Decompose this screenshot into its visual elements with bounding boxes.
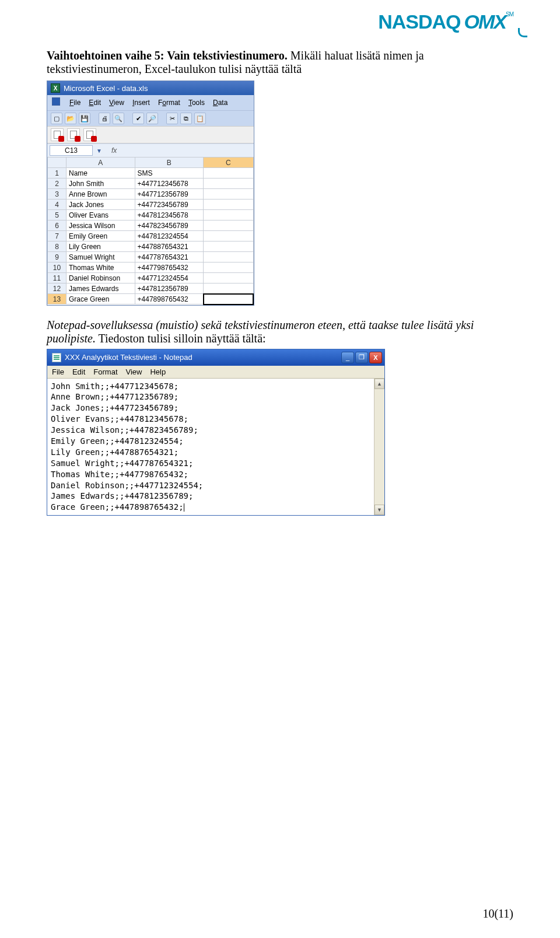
row-header[interactable]: 10 bbox=[48, 262, 66, 273]
maximize-button[interactable]: ❐ bbox=[355, 352, 368, 363]
row-header[interactable]: 9 bbox=[48, 252, 66, 262]
cell[interactable]: +447798765432 bbox=[135, 262, 204, 273]
cell[interactable]: +447887654321 bbox=[135, 242, 204, 252]
cell[interactable] bbox=[204, 200, 253, 210]
name-box[interactable]: C13 bbox=[50, 145, 93, 156]
cell[interactable]: +447812324554 bbox=[135, 231, 204, 242]
col-header-b[interactable]: B bbox=[135, 158, 204, 168]
cell[interactable]: Anne Brown bbox=[66, 189, 135, 200]
fx-label[interactable]: fx bbox=[111, 146, 117, 155]
close-button[interactable]: X bbox=[369, 352, 382, 363]
row-header[interactable]: 6 bbox=[48, 220, 66, 231]
row-header[interactable]: 11 bbox=[48, 273, 66, 284]
np-menu-file[interactable]: File bbox=[52, 368, 64, 376]
spreadsheet-grid[interactable]: A B C 1NameSMS2John Smith+4477123456783A… bbox=[47, 157, 254, 305]
pdf-export-icon[interactable] bbox=[83, 128, 96, 141]
col-header-c[interactable]: C bbox=[204, 158, 253, 168]
copy-icon[interactable]: ⧉ bbox=[180, 113, 192, 124]
np-menu-help[interactable]: Help bbox=[150, 368, 166, 376]
menu-data[interactable]: Data bbox=[209, 97, 231, 108]
cell[interactable]: SMS bbox=[135, 168, 204, 178]
excel-title-text: Microsoft Excel - data.xls bbox=[64, 84, 148, 93]
np-menu-format[interactable]: Format bbox=[93, 368, 117, 376]
row-header[interactable]: 12 bbox=[48, 284, 66, 294]
print-icon[interactable]: 🖨 bbox=[99, 113, 110, 124]
notepad-text-area[interactable]: John Smith;;+447712345678; Anne Brown;;+… bbox=[47, 379, 374, 516]
print-preview-icon[interactable]: 🔍 bbox=[113, 113, 124, 124]
menu-view[interactable]: View bbox=[106, 97, 128, 108]
cell[interactable] bbox=[204, 284, 253, 294]
cell[interactable]: +447812345678 bbox=[135, 210, 204, 220]
menu-insert[interactable]: Insert bbox=[129, 97, 153, 108]
notepad-titlebar[interactable]: XXX Analyytikot Tekstiviesti - Notepad _… bbox=[47, 349, 384, 366]
new-doc-icon[interactable]: ▢ bbox=[51, 113, 62, 124]
pdf-export-icon[interactable] bbox=[51, 128, 64, 141]
cell[interactable] bbox=[204, 262, 253, 273]
row-header[interactable]: 5 bbox=[48, 210, 66, 220]
row-header[interactable]: 7 bbox=[48, 231, 66, 242]
cell[interactable] bbox=[204, 178, 253, 189]
logo-main: NASDAQ bbox=[378, 10, 460, 33]
pdf-export-icon[interactable] bbox=[67, 128, 80, 141]
cell[interactable]: +447898765432 bbox=[135, 294, 204, 304]
name-box-dropdown-icon[interactable]: ▼ bbox=[96, 148, 102, 154]
minimize-button[interactable]: _ bbox=[341, 352, 354, 363]
cell[interactable] bbox=[204, 231, 253, 242]
scroll-down-icon[interactable]: ▼ bbox=[374, 505, 384, 515]
cell[interactable]: Jessica Wilson bbox=[66, 220, 135, 231]
cell[interactable] bbox=[204, 242, 253, 252]
row-header[interactable]: 1 bbox=[48, 168, 66, 178]
row-header[interactable]: 3 bbox=[48, 189, 66, 200]
paste-icon[interactable]: 📋 bbox=[194, 113, 206, 124]
cut-icon[interactable]: ✂ bbox=[166, 113, 178, 124]
cell[interactable] bbox=[204, 252, 253, 262]
cell[interactable] bbox=[204, 210, 253, 220]
cell[interactable] bbox=[204, 294, 253, 304]
row-header[interactable]: 2 bbox=[48, 178, 66, 189]
cell[interactable]: +447812356789 bbox=[135, 284, 204, 294]
scroll-up-icon[interactable]: ▲ bbox=[374, 379, 384, 389]
cell[interactable]: +447823456789 bbox=[135, 220, 204, 231]
np-menu-edit[interactable]: Edit bbox=[72, 368, 85, 376]
notepad-intro: Notepad-sovelluksessa (muistio) sekä tek… bbox=[47, 318, 513, 345]
menu-edit[interactable]: Edit bbox=[85, 97, 104, 108]
menu-format[interactable]: Format bbox=[155, 97, 184, 108]
cell[interactable]: James Edwards bbox=[66, 284, 135, 294]
vertical-scrollbar[interactable]: ▲ ▼ bbox=[374, 379, 384, 516]
mdi-document-icon[interactable] bbox=[52, 97, 60, 106]
excel-titlebar[interactable]: X Microsoft Excel - data.xls bbox=[47, 81, 254, 95]
cell[interactable]: John Smith bbox=[66, 178, 135, 189]
row-header[interactable]: 4 bbox=[48, 200, 66, 210]
cell[interactable] bbox=[204, 168, 253, 178]
save-icon[interactable]: 💾 bbox=[79, 113, 90, 124]
cell[interactable]: +447712356789 bbox=[135, 189, 204, 200]
scroll-track[interactable] bbox=[374, 389, 384, 505]
cell[interactable]: Thomas White bbox=[66, 262, 135, 273]
toolbar-separator bbox=[93, 113, 96, 124]
cell[interactable]: Lily Green bbox=[66, 242, 135, 252]
row-header[interactable]: 8 bbox=[48, 242, 66, 252]
cell[interactable]: +447712324554 bbox=[135, 273, 204, 284]
menu-tools[interactable]: Tools bbox=[185, 97, 208, 108]
select-all-corner[interactable] bbox=[48, 158, 66, 168]
cell[interactable]: Emily Green bbox=[66, 231, 135, 242]
col-header-a[interactable]: A bbox=[66, 158, 135, 168]
np-menu-view[interactable]: View bbox=[126, 368, 142, 376]
cell[interactable]: +447787654321 bbox=[135, 252, 204, 262]
cell[interactable]: Jack Jones bbox=[66, 200, 135, 210]
cell[interactable] bbox=[204, 220, 253, 231]
spellcheck-icon[interactable]: ✔ bbox=[132, 113, 144, 124]
cell[interactable]: Grace Green bbox=[66, 294, 135, 304]
cell[interactable]: Oliver Evans bbox=[66, 210, 135, 220]
cell[interactable]: Name bbox=[66, 168, 135, 178]
cell[interactable]: Daniel Robinson bbox=[66, 273, 135, 284]
open-icon[interactable]: 📂 bbox=[65, 113, 76, 124]
cell[interactable] bbox=[204, 273, 253, 284]
row-header[interactable]: 13 bbox=[48, 294, 66, 304]
menu-file[interactable]: File bbox=[66, 97, 84, 108]
cell[interactable] bbox=[204, 189, 253, 200]
cell[interactable]: Samuel Wright bbox=[66, 252, 135, 262]
cell[interactable]: +447723456789 bbox=[135, 200, 204, 210]
cell[interactable]: +447712345678 bbox=[135, 178, 204, 189]
research-icon[interactable]: 🔎 bbox=[146, 113, 158, 124]
